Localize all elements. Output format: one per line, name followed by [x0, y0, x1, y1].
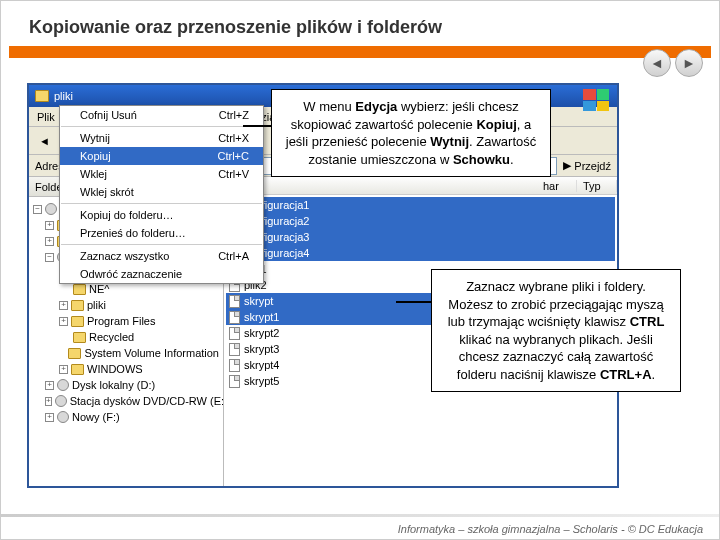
menu-item-wytnij[interactable]: WytnijCtrl+X [60, 129, 263, 147]
menu-item-kopiuj[interactable]: KopiujCtrl+C [60, 147, 263, 165]
accent-bar [9, 46, 711, 58]
nav-prev-button[interactable]: ◄ [643, 49, 671, 77]
col-size[interactable]: har [537, 180, 577, 192]
menu-item-kopiuj-do-folderu-[interactable]: Kopiuj do folderu… [60, 206, 263, 224]
file-item[interactable]: konfiguracja1 [226, 197, 615, 213]
footer-text: Informatyka – szkoła gimnazjalna – Schol… [398, 523, 703, 535]
menu-item-cofnij-usu-[interactable]: Cofnij UsuńCtrl+Z [60, 106, 263, 124]
edit-menu-dropdown[interactable]: Cofnij UsuńCtrl+ZWytnijCtrl+XKopiujCtrl+… [59, 105, 264, 284]
tree-item[interactable]: +pliki [31, 297, 221, 313]
tree-item[interactable]: +Program Files [31, 313, 221, 329]
tree-item[interactable]: System Volume Information [31, 345, 221, 361]
folder-icon [35, 90, 49, 102]
menu-item-przenie-do-folderu-[interactable]: Przenieś do folderu… [60, 224, 263, 242]
callout-zaznacz: Zaznacz wybrane pliki i foldery. Możesz … [431, 269, 681, 392]
arrow-to-menu [243, 125, 271, 127]
footer-divider [1, 514, 719, 517]
tree-item[interactable]: Recycled [31, 329, 221, 345]
windows-logo-icon [583, 89, 609, 111]
window-title: pliki [54, 90, 73, 102]
menu-item-odwr-zaznaczenie[interactable]: Odwróć zaznaczenie [60, 265, 263, 283]
arrow-to-files [396, 301, 431, 303]
slide-title: Kopiowanie oraz przenoszenie plików i fo… [1, 1, 719, 46]
go-button[interactable]: ▶ Przejdź [563, 159, 611, 172]
column-headers[interactable]: har Typ [224, 177, 617, 195]
file-item[interactable]: konfiguracja2 [226, 213, 615, 229]
nav-next-button[interactable]: ► [675, 49, 703, 77]
menu-item-wklej[interactable]: WklejCtrl+V [60, 165, 263, 183]
file-item[interactable]: konfiguracja4 [226, 245, 615, 261]
file-item[interactable]: konfiguracja3 [226, 229, 615, 245]
tree-item[interactable]: +WINDOWS [31, 361, 221, 377]
menu-plik[interactable]: Plik [29, 109, 63, 125]
tree-item[interactable]: +Dysk lokalny (D:) [31, 377, 221, 393]
col-type[interactable]: Typ [577, 180, 617, 192]
back-button[interactable]: ◄ [35, 133, 54, 149]
callout-menu-edycja: W menu Edycja wybierz: jeśli chcesz skop… [271, 89, 551, 177]
menu-item-wklej-skr-t[interactable]: Wklej skrót [60, 183, 263, 201]
tree-item[interactable]: +Nowy (F:) [31, 409, 221, 425]
menu-item-zaznacz-wszystko[interactable]: Zaznacz wszystkoCtrl+A [60, 247, 263, 265]
tree-item[interactable]: +Stacja dysków DVD/CD-RW (E:) [31, 393, 221, 409]
